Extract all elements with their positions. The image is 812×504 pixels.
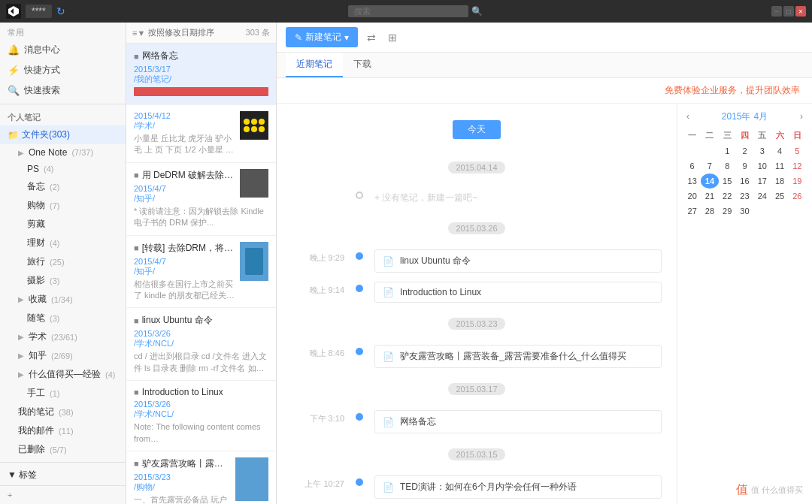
sidebar-add-button[interactable]: + [0,485,126,504]
calendar-day[interactable]: 22 [719,189,736,204]
toolbar-grid-icon[interactable]: ⊞ [385,30,400,45]
calendar-day[interactable]: 27 [683,204,701,219]
timeline-scroll: 今天 2015.04.14 + 没有笔记，新建一篇吧~ 2015.03.26 [277,104,677,504]
calendar-prev-button[interactable]: ‹ [683,110,692,123]
main-layout: 常用 🔔 消息中心 ⚡ 快捷方式 🔍 快速搜索 个人笔记 📁 文件夹(303) … [0,23,812,504]
note-thumb-4 [240,242,268,281]
shortcut-icon: ⚡ [8,65,20,76]
timeline-card-wangluo[interactable]: 📄 网络备忘 [374,410,662,433]
sidebar-item-shenmezhi[interactable]: ▶ 什么值得买—经验 (4) [0,365,126,384]
sidebar-item-shortcuts-label: 快捷方式 [24,64,60,77]
search-input[interactable] [348,5,468,17]
sidebar-item-gouwu[interactable]: 购物 (7) [0,196,126,215]
timeline-card-linux-ubuntu[interactable]: 📄 linux Ubuntu 命令 [374,249,662,273]
calendar-day[interactable]: 12 [789,158,806,174]
window-maximize-button[interactable]: □ [783,6,794,17]
calendar-day[interactable]: 10 [753,158,771,174]
sidebar-item-wodebiji[interactable]: 我的笔记 (38) [0,403,126,421]
calendar-day[interactable]: 21 [701,189,718,204]
toolbar-arrows-icon[interactable]: ⇄ [364,30,379,45]
sidebar-item-xueshu-count: (23/61) [51,333,77,342]
sidebar-item-wodeyoujian[interactable]: 我的邮件 (11) [0,421,126,440]
sidebar-item-yishanchu[interactable]: 已删除 (5/7) [0,440,126,459]
tab-recent[interactable]: 近期笔记 [286,53,343,77]
add-note-hint[interactable]: + 没有笔记，新建一篇吧~ [374,189,477,207]
calendar-day[interactable]: 5 [789,143,806,158]
new-note-button[interactable]: ✎ 新建笔记 ▾ [286,27,358,47]
titlebar: **** ↻ 🔍 － □ × [0,0,812,23]
sidebar-item-tags[interactable]: ▼ 标签 [0,466,126,484]
timeline-card-ted[interactable]: 📄 TED演讲：如何在6个月内学会任何一种外语 [374,475,662,499]
note-item-2[interactable]: 2015/4/12 /学术/ 小量星 丘比龙 虎牙油 驴小毛 上 页 下页 1/… [126,105,276,163]
sidebar-item-xueshu[interactable]: ▶ 学术 (23/61) [0,327,126,346]
note-item-linux[interactable]: ■ linux Ubuntu 命令 2015/3/26 /学术/NCL/ cd … [126,308,276,381]
calendar-day[interactable]: 30 [736,204,753,219]
sidebar-item-shougong[interactable]: 手工 (1) [0,384,126,403]
today-button[interactable]: 今天 [453,120,501,139]
card-icon-2: 📄 [383,287,394,297]
card-icon-5: 📄 [383,482,394,493]
calendar-day[interactable]: 28 [701,204,718,219]
note-item-zhuanzai-preview: 相信很多在国行上市之前买了 kindle 的朋友都已经关联了... [134,279,235,302]
calendar-day[interactable]: 25 [771,189,788,204]
calendar-day[interactable]: 13 [683,174,701,189]
sidebar-item-notifications[interactable]: 🔔 消息中心 [0,40,126,60]
card-icon-3: 📄 [383,352,394,362]
enterprise-link[interactable]: 提升团队效率 [746,85,800,95]
sync-icon[interactable]: ↻ [56,5,65,17]
sidebar-item-beiwang[interactable]: 备忘 (2) [0,177,126,196]
sidebar-item-shortcuts[interactable]: ⚡ 快捷方式 [0,60,126,80]
calendar-day[interactable]: 24 [753,189,771,204]
calendar-day [753,204,771,219]
weekday-wed: 三 [719,128,736,143]
calendar-day[interactable]: 6 [683,158,701,174]
calendar-day[interactable]: 26 [789,189,806,204]
calendar-day[interactable]: 18 [771,174,788,189]
sidebar-item-notebook[interactable]: 📁 文件夹(303) [0,125,126,144]
calendar-grid: 一 二 三 四 五 六 日 12345678910111213141516171… [683,128,806,219]
calendar-day[interactable]: 15 [719,174,736,189]
calendar-day[interactable]: 2 [736,143,753,158]
sidebar-item-zhihu[interactable]: ▶ 知乎 (2/69) [0,346,126,365]
calendar-year[interactable]: 2015年 [722,110,751,123]
calendar-day[interactable]: 1 [719,143,736,158]
sidebar-item-suibi[interactable]: 随笔 (3) [0,309,126,327]
calendar-day[interactable]: 23 [736,189,753,204]
timeline-card-luyo[interactable]: 📄 驴友露营攻略丨露营装备_露营需要准备什么_什么值得买 [374,345,662,368]
calendar-day[interactable]: 3 [753,143,771,158]
calendar-day[interactable]: 9 [736,158,753,174]
sidebar-item-jiancang[interactable]: 剪藏 [0,215,126,234]
note-item-wangluo[interactable]: ■ 网络备忘 2015/3/17 /我的笔记/ [126,44,276,105]
calendar-day[interactable]: 11 [771,158,788,174]
titlebar-username[interactable]: **** [26,5,52,18]
calendar-month[interactable]: 4月 [754,110,768,123]
timeline-card-intro-linux[interactable]: 📄 Introduction to Linux [374,282,662,303]
calendar-day[interactable]: 29 [719,204,736,219]
sidebar-item-quick-search[interactable]: 🔍 快速搜索 [0,80,126,101]
sidebar-item-sheying[interactable]: 摄影 (3) [0,271,126,290]
calendar-day[interactable]: 20 [683,189,701,204]
window-close-button[interactable]: × [795,6,806,17]
tab-download[interactable]: 下载 [343,53,382,77]
sidebar-item-ps[interactable]: PS (4) [0,161,126,177]
calendar-day[interactable]: 16 [736,174,753,189]
calendar-day[interactable]: 8 [719,158,736,174]
search-icon[interactable]: 🔍 [471,6,483,17]
calendar-day[interactable]: 7 [701,158,718,174]
sidebar-item-lvxing[interactable]: 旅行 (25) [0,252,126,271]
sidebar-item-shoucang[interactable]: ▶ 收藏 (1/34) [0,290,126,309]
calendar-day[interactable]: 19 [789,174,806,189]
note-item-zhuanzai[interactable]: ■ [转载] 去除DRM，将自... 2015/4/7 /知乎/ 相信很多在国行… [126,236,276,309]
calendar-day[interactable]: 4 [771,143,788,158]
sidebar-item-quick-search-label: 快速搜索 [24,84,60,97]
note-item-dedrm[interactable]: ■ 用 DeDRM 破解去除 AZ... 2015/4/7 /知乎/ * 读前请… [126,163,276,236]
window-minimize-button[interactable]: － [771,6,782,17]
sidebar-item-one-note[interactable]: ▶ One Note (7/37) [0,144,126,161]
calendar-day[interactable]: 14 [701,174,718,189]
note-item-intro-linux[interactable]: ■ Introduction to Linux 2015/3/26 /学术/NC… [126,381,276,451]
calendar-day[interactable]: 17 [753,174,771,189]
calendar-next-button[interactable]: › [797,110,806,123]
sort-label[interactable]: 按照修改日期排序 [148,27,214,38]
note-item-luyo[interactable]: ■ 驴友露营攻略丨露营装备... 2015/3/23 /购物/ 一、首先露营必备… [126,451,276,504]
sidebar-item-licai[interactable]: 理财 (4) [0,234,126,252]
